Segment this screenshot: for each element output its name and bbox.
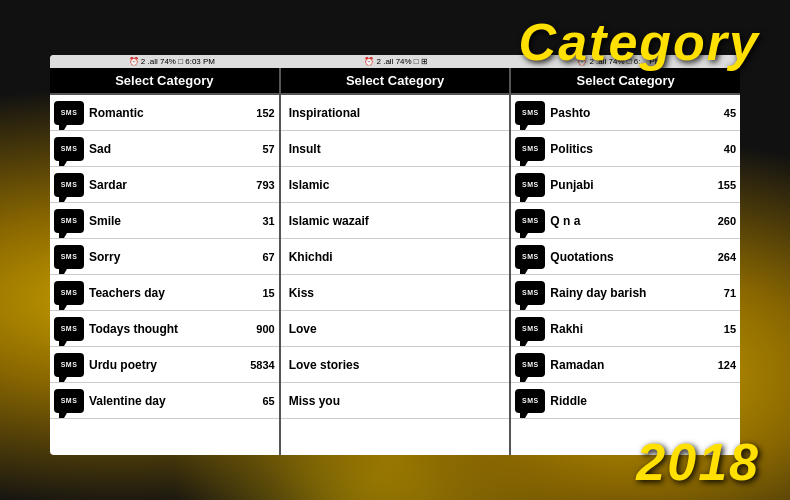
category-name: Teachers day bbox=[89, 286, 247, 300]
category-name: Riddle bbox=[550, 394, 736, 408]
list-item[interactable]: SMSSad57 bbox=[50, 131, 279, 167]
sms-icon: SMS bbox=[54, 317, 84, 341]
sms-icon: SMS bbox=[515, 389, 545, 413]
col-header-0: Select Category bbox=[50, 68, 279, 95]
category-count: 15 bbox=[247, 287, 275, 299]
list-item[interactable]: SMSSardar793 bbox=[50, 167, 279, 203]
sms-icon: SMS bbox=[54, 209, 84, 233]
category-name: Rakhi bbox=[550, 322, 708, 336]
category-count: 65 bbox=[247, 395, 275, 407]
category-list-2: SMSPashto45SMSPolitics40SMSPunjabi155SMS… bbox=[511, 95, 740, 455]
columns-container: Select CategorySMSRomantic152SMSSad57SMS… bbox=[50, 68, 740, 455]
category-name: Quotations bbox=[550, 250, 708, 264]
category-name: Sad bbox=[89, 142, 247, 156]
list-item[interactable]: SMSSorry67 bbox=[50, 239, 279, 275]
category-name: Sardar bbox=[89, 178, 247, 192]
category-count: 40 bbox=[708, 143, 736, 155]
category-name: Todays thought bbox=[89, 322, 247, 336]
sms-icon: SMS bbox=[54, 101, 84, 125]
list-item[interactable]: Miss you bbox=[281, 383, 510, 419]
list-item[interactable]: Kiss bbox=[281, 275, 510, 311]
list-item[interactable]: SMSUrdu poetry5834 bbox=[50, 347, 279, 383]
category-name: Punjabi bbox=[550, 178, 708, 192]
list-item[interactable]: Love bbox=[281, 311, 510, 347]
category-name: Khichdi bbox=[289, 250, 506, 264]
category-name: Urdu poetry bbox=[89, 358, 247, 372]
column-0: Select CategorySMSRomantic152SMSSad57SMS… bbox=[50, 68, 281, 455]
category-count: 264 bbox=[708, 251, 736, 263]
category-name: Miss you bbox=[289, 394, 506, 408]
list-item[interactable]: Insult bbox=[281, 131, 510, 167]
category-name: Love stories bbox=[289, 358, 506, 372]
category-count: 124 bbox=[708, 359, 736, 371]
year-label: 2018 bbox=[636, 432, 760, 492]
list-item[interactable]: SMSPolitics40 bbox=[511, 131, 740, 167]
category-count: 152 bbox=[247, 107, 275, 119]
sms-icon: SMS bbox=[54, 173, 84, 197]
status-segment-2: ⏰ 2 .all 74% □ ⊞ bbox=[364, 57, 428, 66]
sms-icon: SMS bbox=[515, 245, 545, 269]
category-list-0: SMSRomantic152SMSSad57SMSSardar793SMSSmi… bbox=[50, 95, 279, 455]
sms-icon: SMS bbox=[515, 137, 545, 161]
category-count: 45 bbox=[708, 107, 736, 119]
category-count: 155 bbox=[708, 179, 736, 191]
list-item[interactable]: SMSPashto45 bbox=[511, 95, 740, 131]
list-item[interactable]: Islamic wazaif bbox=[281, 203, 510, 239]
category-name: Q n a bbox=[550, 214, 708, 228]
list-item[interactable]: SMSRiddle bbox=[511, 383, 740, 419]
status-segment-1: ⏰ 2 .all 74% □ 6:03 PM bbox=[129, 57, 215, 66]
category-count: 57 bbox=[247, 143, 275, 155]
list-item[interactable]: SMSSmile31 bbox=[50, 203, 279, 239]
list-item[interactable]: SMSRomantic152 bbox=[50, 95, 279, 131]
sms-icon: SMS bbox=[515, 209, 545, 233]
list-item[interactable]: Love stories bbox=[281, 347, 510, 383]
category-count: 900 bbox=[247, 323, 275, 335]
category-name: Islamic bbox=[289, 178, 506, 192]
category-count: 793 bbox=[247, 179, 275, 191]
category-name: Ramadan bbox=[550, 358, 708, 372]
list-item[interactable]: SMSTodays thought900 bbox=[50, 311, 279, 347]
page-title: Category bbox=[519, 12, 760, 72]
category-count: 31 bbox=[247, 215, 275, 227]
list-item[interactable]: SMSTeachers day15 bbox=[50, 275, 279, 311]
category-count: 260 bbox=[708, 215, 736, 227]
category-name: Inspirational bbox=[289, 106, 506, 120]
col-header-1: Select Category bbox=[281, 68, 510, 95]
category-count: 71 bbox=[708, 287, 736, 299]
category-count: 5834 bbox=[247, 359, 275, 371]
category-name: Rainy day barish bbox=[550, 286, 708, 300]
category-count: 15 bbox=[708, 323, 736, 335]
list-item[interactable]: SMSRamadan124 bbox=[511, 347, 740, 383]
category-list-1: InspirationalInsultIslamicIslamic wazaif… bbox=[281, 95, 510, 455]
list-item[interactable]: SMSPunjabi155 bbox=[511, 167, 740, 203]
sms-icon: SMS bbox=[54, 137, 84, 161]
list-item[interactable]: Khichdi bbox=[281, 239, 510, 275]
list-item[interactable]: SMSQuotations264 bbox=[511, 239, 740, 275]
category-name: Insult bbox=[289, 142, 506, 156]
category-name: Politics bbox=[550, 142, 708, 156]
category-name: Islamic wazaif bbox=[289, 214, 506, 228]
col-header-2: Select Category bbox=[511, 68, 740, 95]
list-item[interactable]: Islamic bbox=[281, 167, 510, 203]
sms-icon: SMS bbox=[515, 101, 545, 125]
sms-icon: SMS bbox=[515, 353, 545, 377]
category-name: Love bbox=[289, 322, 506, 336]
category-name: Pashto bbox=[550, 106, 708, 120]
list-item[interactable]: SMSRainy day barish71 bbox=[511, 275, 740, 311]
sms-icon: SMS bbox=[54, 353, 84, 377]
category-name: Romantic bbox=[89, 106, 247, 120]
list-item[interactable]: SMSQ n a260 bbox=[511, 203, 740, 239]
category-name: Sorry bbox=[89, 250, 247, 264]
sms-icon: SMS bbox=[54, 389, 84, 413]
sms-icon: SMS bbox=[515, 317, 545, 341]
category-name: Valentine day bbox=[89, 394, 247, 408]
phone-screen: ⏰ 2 .all 74% □ 6:03 PM ⏰ 2 .all 74% □ ⊞ … bbox=[50, 55, 740, 455]
list-item[interactable]: SMSValentine day65 bbox=[50, 383, 279, 419]
list-item[interactable]: Inspirational bbox=[281, 95, 510, 131]
sms-icon: SMS bbox=[54, 245, 84, 269]
sms-icon: SMS bbox=[515, 173, 545, 197]
list-item[interactable]: SMSRakhi15 bbox=[511, 311, 740, 347]
category-name: Smile bbox=[89, 214, 247, 228]
category-count: 67 bbox=[247, 251, 275, 263]
category-name: Kiss bbox=[289, 286, 506, 300]
